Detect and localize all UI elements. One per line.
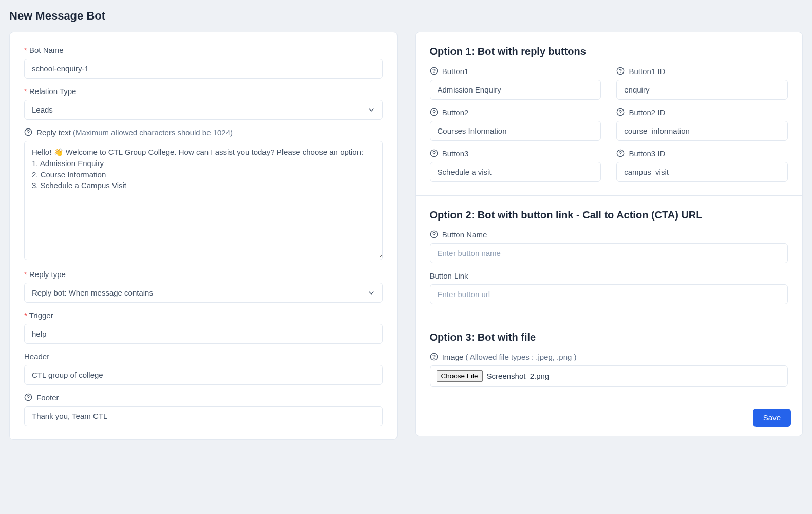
reply-text-label-text: Reply text	[36, 128, 73, 137]
bot-name-input[interactable]	[24, 59, 383, 79]
button3-label-text: Button3	[442, 149, 469, 158]
page-title: New Message Bot	[9, 9, 803, 23]
button-name-input[interactable]	[430, 243, 788, 263]
button-name-label: Button Name	[430, 230, 788, 239]
help-icon	[430, 353, 438, 361]
left-card: Bot Name Relation Type Leads Reply t	[9, 32, 398, 440]
button1-id-label-text: Button1 ID	[629, 67, 665, 76]
footer-label: Footer	[24, 393, 383, 402]
button1-label: Button1	[430, 67, 601, 76]
button3-id-label: Button3 ID	[616, 149, 788, 158]
button3-id-label-text: Button3 ID	[629, 149, 665, 158]
trigger-input[interactable]	[24, 324, 383, 344]
option3-heading: Option 3: Bot with file	[430, 332, 788, 343]
trigger-label: Trigger	[24, 311, 383, 320]
image-hint: ( Allowed file types : .jpeg, .png )	[466, 353, 577, 361]
reply-type-label: Reply type	[24, 270, 383, 279]
button2-id-input[interactable]	[616, 121, 788, 141]
relation-type-select[interactable]: Leads	[24, 100, 383, 120]
file-input-row[interactable]: Choose File Screenshot_2.png	[430, 365, 788, 387]
help-icon	[430, 230, 438, 238]
choose-file-button[interactable]: Choose File	[437, 370, 483, 382]
image-label-text: Image	[442, 353, 466, 361]
button2-id-label: Button2 ID	[616, 108, 788, 117]
right-card: Option 1: Bot with reply buttons Button1	[415, 32, 803, 436]
button1-input[interactable]	[430, 80, 601, 100]
reply-text-label: Reply text (Maximum allowed characters s…	[24, 128, 383, 137]
reply-text-textarea[interactable]	[24, 141, 383, 260]
help-icon	[24, 393, 32, 401]
button1-id-label: Button1 ID	[616, 67, 788, 76]
header-label: Header	[24, 352, 383, 361]
button-name-label-text: Button Name	[442, 230, 487, 239]
help-icon	[430, 108, 438, 116]
button3-id-input[interactable]	[616, 162, 788, 182]
help-icon	[430, 149, 438, 157]
relation-type-label: Relation Type	[24, 87, 383, 96]
header-input[interactable]	[24, 365, 383, 385]
help-icon	[616, 108, 625, 116]
help-icon	[430, 67, 438, 75]
help-icon	[24, 128, 32, 136]
option1-heading: Option 1: Bot with reply buttons	[430, 46, 788, 58]
button-link-label: Button Link	[430, 271, 788, 280]
bot-name-label: Bot Name	[24, 46, 383, 54]
button2-id-label-text: Button2 ID	[629, 108, 665, 117]
button2-label: Button2	[430, 108, 601, 117]
help-icon	[616, 149, 625, 157]
selected-file-name: Screenshot_2.png	[487, 372, 550, 380]
button1-id-input[interactable]	[616, 80, 788, 100]
option2-heading: Option 2: Bot with button link - Call to…	[430, 209, 788, 221]
button2-label-text: Button2	[442, 108, 469, 117]
button2-input[interactable]	[430, 121, 601, 141]
reply-type-select[interactable]: Reply bot: When message contains	[24, 283, 383, 303]
button3-input[interactable]	[430, 162, 601, 182]
image-label: Image ( Allowed file types : .jpeg, .png…	[430, 353, 788, 361]
help-icon	[616, 67, 625, 75]
footer-label-text: Footer	[36, 393, 59, 402]
button-link-input[interactable]	[430, 284, 788, 304]
footer-input[interactable]	[24, 406, 383, 426]
button1-label-text: Button1	[442, 67, 469, 76]
save-button[interactable]: Save	[753, 409, 791, 427]
button3-label: Button3	[430, 149, 601, 158]
reply-text-hint: (Maximum allowed characters should be 10…	[73, 128, 233, 137]
